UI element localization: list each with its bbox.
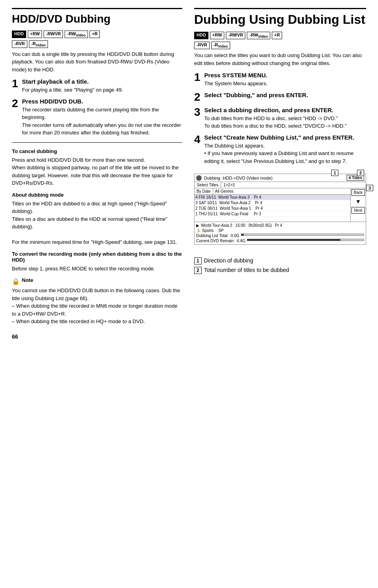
right-badge-minus-rvideo: -RVideo — [211, 42, 230, 49]
step-2-num: 2 — [12, 98, 18, 109]
section-divider — [12, 142, 182, 143]
right-step-2-num: 2 — [194, 92, 200, 103]
right-step-3-title: Select a dubbing direction, and press EN… — [204, 107, 366, 113]
note-body: You cannot use the HDD/DVD DUB button in… — [12, 287, 182, 326]
step-2-title: Press HDD/DVD DUB. — [22, 98, 182, 105]
badge-minus-rvr: -RVR — [12, 40, 27, 48]
diagram-footer: ▶ World Tour-Asia 3 15:00 0h30m(0.9G) Pr… — [195, 222, 366, 244]
callout-1: 1 — [331, 170, 338, 176]
next-button[interactable]: Next — [351, 207, 365, 214]
diagram-items-list: 4 FRI 16/11 World Tour-Asia 3 Pr 4 3 SAT… — [195, 195, 350, 222]
footer-genre: Sports — [202, 228, 214, 233]
right-step-2-content: Select "Dubbing," and press ENTER. — [204, 92, 366, 100]
footer-info-row: ▶ World Tour-Asia 3 15:00 0h30m(0.9G) Pr… — [196, 223, 364, 228]
right-badge-minus-rwvideo: -RWVideo — [247, 32, 270, 39]
badge-minus-rwvr: -RWVR — [44, 31, 63, 38]
right-badge-hdd: HDD — [194, 32, 208, 39]
convert-title: To convert the recording mode (only when… — [12, 251, 182, 263]
remain-label: Current DVD Remain — [196, 239, 233, 243]
footer-mode: SP — [218, 228, 223, 233]
total-progress-fill — [241, 234, 244, 236]
convert-body: Before step 1, press REC MODE to select … — [12, 265, 182, 273]
list-item[interactable]: 2 TUE 06/11 World Tour-Asia 1 Pr 4 — [195, 206, 350, 211]
footer-total-row: Dubbing List Total 0.0G — [196, 234, 364, 238]
footer-play-icon: ▶ — [196, 223, 199, 228]
right-badge-minus-rvr: -RVR — [194, 42, 210, 49]
dubbing-diagram: Dubbing HDD->DVD (Video mode) 4 Titles S… — [194, 169, 366, 249]
tab-select-titles[interactable]: Select Titles — [195, 182, 221, 188]
right-step-3-num: 3 — [194, 107, 200, 118]
label-1-row: 1 Direction of dubbing — [194, 257, 366, 264]
right-step-4-body: The Dubbing List appears. • If you have … — [204, 142, 366, 165]
right-badge-plus-rw: +RW — [210, 32, 225, 39]
diagram-filter-tabs: By Date All Genres — [195, 188, 350, 195]
page-number: 66 — [12, 333, 182, 340]
label-2-row: 2 Total number of titles to be dubbed — [194, 267, 366, 274]
list-item[interactable]: 1 THU 01/11 World Cup Final Pr 3 — [195, 211, 350, 217]
down-arrow-icon: ▼ — [351, 197, 365, 206]
step-2: 2 Press HDD/DVD DUB. The recorder starts… — [12, 98, 182, 137]
right-step-1-content: Press SYSTEM MENU. The System Menu appea… — [204, 72, 366, 88]
right-step-1-title: Press SYSTEM MENU. — [204, 72, 366, 79]
right-column: Dubbing Using Dubbing List HDD +RW -RWVR… — [194, 8, 366, 340]
badge-minus-rvideo: -RVideo — [29, 40, 48, 48]
footer-time: 15:00 — [235, 223, 245, 228]
right-step-4-title: Select "Create New Dubbing List," and pr… — [204, 134, 366, 141]
right-badge-minus-rwvr: -RWVR — [226, 32, 245, 39]
step-1-title: Start playback of a title. — [22, 78, 182, 85]
left-intro: You can dub a single title by pressing t… — [12, 50, 182, 74]
step-1: 1 Start playback of a title. For playing… — [12, 78, 182, 94]
right-step-2-title: Select "Dubbing," and press ENTER. — [204, 92, 366, 98]
list-item[interactable]: 4 FRI 16/11 World Tour-Asia 3 Pr 4 — [195, 195, 350, 200]
diagram-header-label: Dubbing — [204, 176, 220, 180]
right-step-3-content: Select a dubbing direction, and press EN… — [204, 107, 366, 130]
footer-duration: 0h30m(0.9G) — [248, 223, 272, 228]
right-step-1: 1 Press SYSTEM MENU. The System Menu app… — [194, 72, 366, 88]
diagram-labels: 1 Direction of dubbing 2 Total number of… — [194, 257, 366, 274]
callout-3: 3 — [366, 185, 373, 191]
diagram-body: By Date All Genres 4 FRI 16/11 World Tou… — [195, 188, 366, 222]
right-step-3-body: To dub titles from the HDD to a disc, se… — [204, 115, 366, 130]
right-title: Dubbing Using Dubbing List — [194, 8, 366, 27]
step-1-num: 1 — [12, 78, 18, 89]
label-2-text: Total number of titles to be dubbed — [204, 267, 289, 273]
tab-pages: 1>2>3 — [221, 182, 237, 188]
right-badge-plus-r: +R — [272, 32, 282, 39]
note-icon: 🔒 — [12, 278, 20, 285]
left-badge-row2: -RVR -RVideo — [12, 40, 182, 48]
diagram-box: Dubbing HDD->DVD (Video mode) 4 Titles S… — [194, 174, 366, 245]
list-item[interactable]: 3 SAT 10/11 World Tour-Asia 2 Pr 4 — [195, 200, 350, 206]
cancel-title: To cancel dubbing — [12, 148, 182, 154]
footer-genre-icon: 🏃 — [196, 229, 200, 233]
badge-minus-rwvideo: -RWVideo — [65, 31, 88, 38]
right-step-2: 2 Select "Dubbing," and press ENTER. — [194, 92, 366, 103]
diagram-mode: HDD->DVD (Video mode) — [223, 176, 344, 180]
footer-remain-row: Current DVD Remain 4.4G — [196, 239, 364, 243]
right-intro: You can select the titles you want to du… — [194, 52, 366, 67]
diagram-subheader: Select Titles 1>2>3 — [195, 182, 366, 188]
about-mode-body: Titles on the HDD are dubbed to a disc a… — [12, 200, 182, 246]
left-title: HDD/DVD Dubbing — [12, 8, 182, 26]
total-label: Dubbing List Total — [196, 234, 227, 238]
step-2-body: The recorder starts dubbing the current … — [22, 106, 182, 137]
step-1-content: Start playback of a title. For playing a… — [22, 78, 182, 94]
total-value: 0.0G — [231, 234, 239, 238]
right-step-1-num: 1 — [194, 72, 200, 83]
badge-hdd: HDD — [12, 31, 26, 38]
right-step-4-content: Select "Create New Dubbing List," and pr… — [204, 134, 366, 165]
left-badge-row1: HDD +RW -RWVR -RWVideo +R — [12, 31, 182, 38]
cancel-body: Press and hold HDD/DVD DUB for more than… — [12, 156, 182, 187]
back-button[interactable]: Back — [351, 189, 365, 196]
right-step-4-num: 4 — [194, 134, 200, 145]
callout-2: 2 — [357, 170, 364, 176]
right-step-1-body: The System Menu appears. — [204, 80, 366, 88]
label-1-text: Direction of dubbing — [204, 257, 254, 264]
step-2-content: Press HDD/DVD DUB. The recorder starts d… — [22, 98, 182, 137]
diagram-disc-icon — [196, 175, 202, 181]
total-progress-bar — [241, 234, 364, 236]
filter-all-genres[interactable]: All Genres — [213, 188, 236, 194]
remain-value: 4.4G — [237, 239, 245, 243]
filter-by-date[interactable]: By Date — [195, 188, 213, 194]
remain-progress-fill — [247, 239, 340, 241]
remain-progress-bar — [247, 239, 364, 241]
